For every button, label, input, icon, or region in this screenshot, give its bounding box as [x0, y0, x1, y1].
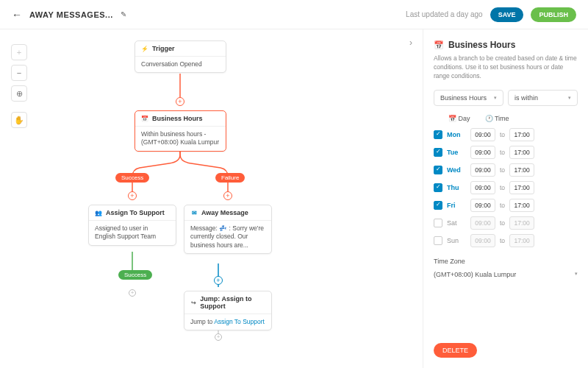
- day-label: Fri: [447, 202, 466, 209]
- day-checkbox[interactable]: [434, 201, 442, 210]
- zoom-out-button[interactable]: −: [11, 65, 27, 81]
- node-jump[interactable]: ↪Jump: Assign to Support Jump to Assign …: [184, 291, 272, 330]
- save-button[interactable]: SAVE: [490, 7, 524, 22]
- time-from-input[interactable]: [470, 146, 495, 159]
- time-from-input[interactable]: [470, 234, 495, 247]
- workflow-canvas[interactable]: + − ⊕ ✋ › ⚡Trigger Conversation Opened +…: [0, 29, 423, 368]
- node-title: Jump: Assign to Support: [200, 295, 265, 310]
- branch-failure-pill: Failure: [215, 173, 245, 183]
- to-label: to: [500, 237, 505, 244]
- workflow-title: AWAY MESSAGES...: [29, 10, 113, 19]
- chevron-down-icon: ▾: [568, 95, 571, 101]
- day-checkbox[interactable]: [434, 130, 442, 139]
- to-label: to: [500, 166, 505, 174]
- time-to-input[interactable]: [509, 199, 534, 212]
- add-step-button[interactable]: +: [214, 276, 223, 285]
- time-to-input[interactable]: [509, 181, 534, 194]
- time-from-input[interactable]: [470, 199, 495, 212]
- calendar-icon: 📅: [434, 40, 444, 50]
- schedule-row: Fri to: [434, 199, 578, 212]
- delete-button[interactable]: DELETE: [434, 343, 477, 358]
- to-label: to: [500, 149, 505, 156]
- publish-button[interactable]: PUBLISH: [531, 7, 576, 22]
- schedule-row: Sun to: [434, 234, 578, 247]
- zoom-in-button[interactable]: +: [11, 44, 27, 60]
- time-to-input[interactable]: [509, 234, 534, 247]
- header: ← AWAY MESSAGES... ✎ Last updated a day …: [0, 0, 588, 29]
- last-updated: Last updated a day ago: [406, 10, 483, 18]
- node-assign[interactable]: 👥Assign To Support Assigned to user in E…: [88, 205, 176, 246]
- time-to-input[interactable]: [509, 146, 534, 159]
- schedule-row: Mon to: [434, 128, 578, 141]
- node-body: Conversation Opened: [135, 57, 226, 72]
- time-from-input[interactable]: [470, 128, 495, 141]
- time-to-input[interactable]: [509, 216, 534, 230]
- day-checkbox[interactable]: [434, 219, 442, 227]
- time-from-input[interactable]: [470, 163, 495, 177]
- to-label: to: [500, 219, 505, 227]
- day-label: Sat: [447, 219, 466, 227]
- add-step-button[interactable]: +: [128, 191, 137, 200]
- node-title: Business Hours: [152, 115, 203, 122]
- chevron-down-icon: ▾: [575, 271, 578, 278]
- condition-type-select[interactable]: Business Hours▾: [434, 90, 503, 106]
- node-body: Message: 💤 : Sorry we're currently close…: [184, 221, 271, 253]
- node-business-hours[interactable]: 📅Business Hours Within business hours - …: [135, 110, 226, 152]
- branch-success-pill: Success: [118, 270, 152, 280]
- time-from-input[interactable]: [470, 181, 495, 194]
- add-step-button[interactable]: +: [215, 333, 222, 341]
- to-label: to: [500, 202, 505, 209]
- clock-icon: 🕐: [485, 115, 493, 122]
- user-icon: 👥: [95, 209, 102, 216]
- day-checkbox[interactable]: [434, 236, 442, 245]
- node-body: Jump to Assign To Support: [184, 314, 271, 330]
- pan-button[interactable]: ✋: [11, 112, 27, 128]
- day-label: Tue: [447, 149, 466, 156]
- chevron-down-icon: ▾: [494, 95, 497, 101]
- panel-title: Business Hours: [448, 40, 515, 50]
- node-body: Assigned to user in English Support Team: [89, 221, 176, 245]
- schedule-row: Tue to: [434, 146, 578, 159]
- calendar-icon: 📅: [141, 115, 148, 122]
- to-label: to: [500, 131, 505, 138]
- day-checkbox[interactable]: [434, 148, 442, 157]
- add-step-button[interactable]: +: [129, 289, 136, 297]
- schedule-row: Wed to: [434, 163, 578, 177]
- node-trigger[interactable]: ⚡Trigger Conversation Opened: [135, 40, 226, 73]
- day-label: Thu: [447, 184, 466, 191]
- day-checkbox[interactable]: [434, 183, 442, 192]
- node-away-message[interactable]: ✉Away Message Message: 💤 : Sorry we're c…: [184, 205, 272, 254]
- bolt-icon: ⚡: [141, 45, 148, 52]
- collapse-panel-icon[interactable]: ›: [404, 35, 418, 50]
- time-to-input[interactable]: [509, 163, 534, 177]
- node-title: Away Message: [201, 209, 248, 216]
- fit-button[interactable]: ⊕: [11, 85, 27, 102]
- node-body: Within business hours - (GMT+08:00) Kual…: [135, 127, 226, 151]
- day-checkbox[interactable]: [434, 166, 442, 174]
- schedule-row: Thu to: [434, 181, 578, 194]
- add-step-button[interactable]: +: [176, 97, 184, 106]
- canvas-tools: + − ⊕ ✋: [11, 44, 27, 128]
- day-label: Wed: [447, 166, 466, 174]
- jump-icon: ↪: [190, 299, 196, 306]
- panel-description: Allows a branch to be created based on d…: [434, 54, 578, 81]
- timezone-select[interactable]: (GMT+08:00) Kuala Lumpur▾: [434, 268, 578, 281]
- time-from-input[interactable]: [470, 216, 495, 230]
- node-title: Trigger: [152, 45, 175, 52]
- branch-success-pill: Success: [115, 173, 149, 183]
- edit-icon[interactable]: ✎: [121, 10, 126, 18]
- time-to-input[interactable]: [509, 128, 534, 141]
- back-icon[interactable]: ←: [12, 9, 22, 21]
- calendar-icon: 📅: [448, 115, 456, 122]
- condition-op-select[interactable]: is within▾: [508, 90, 578, 106]
- day-label: Sun: [447, 237, 466, 244]
- node-title: Assign To Support: [106, 209, 165, 216]
- mail-icon: ✉: [190, 209, 198, 216]
- add-step-button[interactable]: +: [223, 191, 232, 200]
- to-label: to: [500, 184, 505, 191]
- day-label: Mon: [447, 131, 466, 138]
- properties-panel: 📅Business Hours Allows a branch to be cr…: [423, 29, 588, 368]
- timezone-label: Time Zone: [434, 258, 578, 265]
- schedule-row: Sat to: [434, 216, 578, 230]
